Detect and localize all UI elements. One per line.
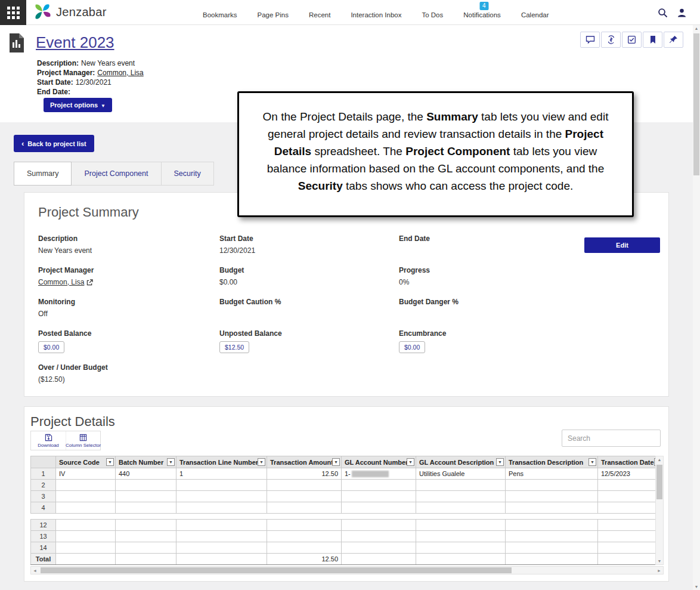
cell[interactable]: Pens	[506, 468, 598, 480]
page-scrollbar[interactable]: ▲ ▼	[693, 25, 700, 590]
page-scroll-thumb[interactable]	[693, 33, 699, 175]
transactions-icon[interactable]	[601, 32, 621, 48]
page-scroll-down-icon[interactable]: ▼	[693, 585, 700, 589]
cell[interactable]	[598, 531, 656, 542]
col-header-transaction-date[interactable]: Transaction Date▼	[598, 456, 656, 468]
cell[interactable]: 1-	[342, 468, 416, 480]
cell[interactable]	[506, 491, 598, 502]
col-header-transaction-amount[interactable]: Transaction Amount▼	[267, 456, 342, 468]
cell[interactable]	[267, 502, 342, 514]
cell[interactable]	[56, 520, 116, 531]
col-header-transaction-description[interactable]: Transaction Description▼	[506, 456, 598, 468]
nav-item-to-dos[interactable]: To Dos	[422, 11, 443, 18]
filter-icon[interactable]: ▼	[106, 458, 114, 466]
cell[interactable]: 1	[176, 468, 267, 480]
cell[interactable]	[176, 531, 267, 542]
vertical-scroll-thumb[interactable]	[656, 465, 662, 499]
tab-summary[interactable]: Summary	[14, 162, 72, 186]
cell[interactable]	[416, 531, 506, 542]
filter-icon[interactable]: ▼	[167, 458, 175, 466]
nav-item-recent[interactable]: Recent	[309, 11, 330, 18]
balance-chip[interactable]: $12.50	[219, 341, 249, 353]
filter-icon[interactable]: ▼	[332, 458, 340, 466]
scroll-left-icon[interactable]: ◄	[33, 567, 37, 574]
project-manager-link[interactable]: Common, Lisa	[97, 69, 143, 77]
cell[interactable]: Utilities Gualele	[416, 468, 506, 480]
cell[interactable]	[416, 502, 506, 514]
nav-item-calendar[interactable]: Calendar	[521, 11, 549, 18]
project-manager-link[interactable]: Common, Lisa	[38, 278, 84, 286]
cell[interactable]	[342, 542, 416, 554]
cell[interactable]	[506, 542, 598, 554]
cell[interactable]	[56, 542, 116, 554]
tasks-icon[interactable]	[622, 32, 642, 48]
tab-project-component[interactable]: Project Component	[72, 162, 161, 186]
cell[interactable]	[267, 520, 342, 531]
page-scroll-up-icon[interactable]: ▲	[693, 26, 700, 30]
table-vertical-scrollbar[interactable]: ▲ ▼	[655, 456, 664, 565]
cell[interactable]	[176, 502, 267, 514]
cell[interactable]	[56, 502, 116, 514]
col-header-batch-number[interactable]: Batch Number▼	[116, 456, 176, 468]
cell[interactable]	[116, 531, 176, 542]
brand[interactable]: Jenzabar	[33, 3, 107, 21]
cell[interactable]	[598, 520, 656, 531]
cell[interactable]	[176, 491, 267, 502]
filter-icon[interactable]: ▼	[407, 458, 414, 466]
cell[interactable]	[506, 502, 598, 514]
cell[interactable]	[176, 542, 267, 554]
col-header-source-code[interactable]: Source Code▼	[56, 456, 116, 468]
cell[interactable]	[56, 480, 116, 491]
cell[interactable]	[598, 491, 656, 502]
cell[interactable]	[416, 542, 506, 554]
scroll-up-icon[interactable]: ▲	[656, 458, 663, 462]
cell[interactable]	[176, 520, 267, 531]
download-button[interactable]: Download	[31, 431, 66, 450]
cell[interactable]	[342, 502, 416, 514]
scroll-right-icon[interactable]: ►	[657, 567, 661, 574]
cell[interactable]	[342, 480, 416, 491]
user-icon[interactable]	[677, 8, 687, 18]
col-header-gl-account-description[interactable]: GL Account Description▼	[416, 456, 506, 468]
scroll-down-icon[interactable]: ▼	[656, 559, 663, 563]
bookmark-icon[interactable]	[643, 32, 662, 48]
nav-item-page-pins[interactable]: Page Pins	[258, 11, 289, 18]
col-header-gl-account-number[interactable]: GL Account Number▼	[342, 456, 416, 468]
cell[interactable]	[176, 480, 267, 491]
cell[interactable]	[598, 542, 656, 554]
nav-item-interaction-inbox[interactable]: Interaction Inbox	[351, 11, 401, 18]
nav-item-bookmarks[interactable]: Bookmarks	[203, 11, 237, 18]
cell[interactable]	[56, 531, 116, 542]
page-title[interactable]: Event 2023	[36, 33, 114, 52]
cell[interactable]	[116, 480, 176, 491]
project-options-button[interactable]: Project options▼	[44, 98, 112, 112]
cell[interactable]	[342, 491, 416, 502]
filter-icon[interactable]: ▼	[258, 458, 265, 466]
cell[interactable]	[598, 502, 656, 514]
filter-icon[interactable]: ▼	[589, 458, 596, 466]
cell[interactable]	[416, 491, 506, 502]
cell[interactable]: 12/5/2023	[598, 468, 656, 480]
cell[interactable]	[342, 531, 416, 542]
cell[interactable]	[506, 520, 598, 531]
cell[interactable]	[416, 480, 506, 491]
cell[interactable]	[267, 480, 342, 491]
cell[interactable]	[342, 520, 416, 531]
cell[interactable]	[116, 491, 176, 502]
cell[interactable]: IV	[56, 468, 116, 480]
search-input[interactable]	[562, 430, 661, 447]
cell[interactable]	[116, 502, 176, 514]
comment-icon[interactable]	[580, 32, 600, 48]
back-to-project-list-button[interactable]: ‹Back to project list	[14, 135, 94, 152]
cell[interactable]	[506, 531, 598, 542]
edit-button[interactable]: Edit	[584, 237, 660, 253]
cell[interactable]: 12.50	[267, 468, 342, 480]
cell[interactable]: 440	[116, 468, 176, 480]
pin-icon[interactable]	[664, 32, 683, 48]
cell[interactable]	[267, 542, 342, 554]
tab-security[interactable]: Security	[162, 162, 214, 186]
column-selector-button[interactable]: Column Selector	[66, 431, 100, 450]
col-header-transaction-line-number[interactable]: Transaction Line Number▼	[176, 456, 267, 468]
cell[interactable]	[267, 531, 342, 542]
cell[interactable]	[116, 520, 176, 531]
